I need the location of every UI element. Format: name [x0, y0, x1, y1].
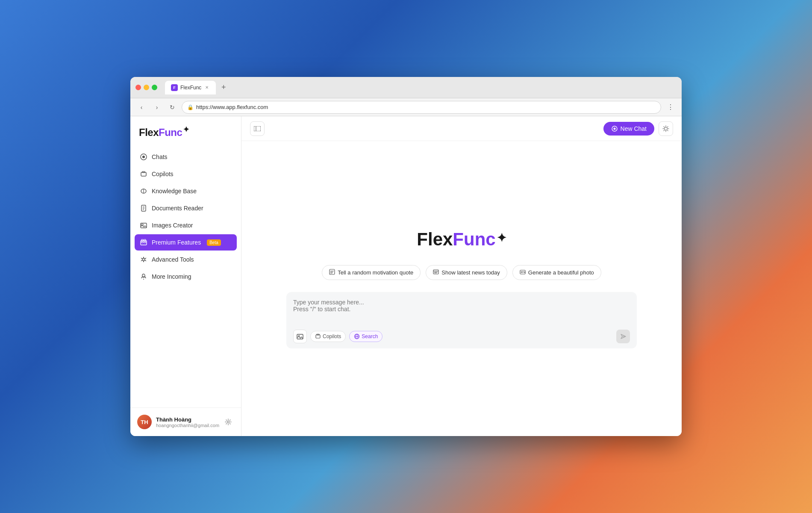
sidebar-item-images-creator[interactable]: Images Creator	[135, 217, 237, 233]
sidebar-item-more-incoming[interactable]: More Incoming	[135, 268, 237, 285]
sidebar-item-documents-reader[interactable]: Documents Reader	[135, 200, 237, 216]
sidebar-item-premium-features[interactable]: Premium Features Beta	[135, 234, 237, 251]
chip-motivation-label: Tell a random motivation quote	[338, 269, 413, 276]
browser-tab[interactable]: F FlexFunc ✕	[165, 81, 216, 94]
chip-motivation[interactable]: Tell a random motivation quote	[322, 265, 421, 280]
suggestion-chips: Tell a random motivation quote Show late…	[322, 265, 601, 280]
user-details: Thành Hoàng hoangngocthanhii@gmail.com	[156, 416, 219, 428]
refresh-button[interactable]: ↻	[166, 101, 178, 113]
svg-line-31	[664, 130, 664, 130]
knowledge-base-label: Knowledge Base	[152, 188, 197, 195]
chats-label: Chats	[152, 153, 168, 160]
images-icon	[140, 221, 147, 229]
theme-toggle-button[interactable]	[659, 121, 673, 136]
search-toolbar-label: Search	[362, 333, 378, 339]
tab-close-button[interactable]: ✕	[204, 85, 210, 91]
knowledge-base-icon	[140, 187, 147, 195]
maximize-traffic-light[interactable]	[152, 85, 157, 90]
advanced-tools-icon	[140, 256, 147, 263]
documents-icon	[140, 204, 147, 212]
chat-input-area: Copilots Search	[286, 292, 637, 348]
new-chat-button[interactable]: New Chat	[603, 122, 654, 136]
sidebar-item-advanced-tools[interactable]: Advanced Tools	[135, 251, 237, 268]
search-toolbar-button[interactable]: Search	[349, 331, 382, 342]
browser-menu-button[interactable]: ⋮	[665, 101, 677, 113]
user-name: Thành Hoàng	[156, 416, 219, 423]
svg-point-24	[665, 127, 668, 130]
app-container: FlexFunc✦ Chats	[130, 116, 682, 436]
image-attach-button[interactable]	[293, 330, 307, 343]
main-brand-logo: FlexFunc✦	[417, 229, 506, 250]
sidebar-item-chats[interactable]: Chats	[135, 149, 237, 165]
copilots-icon	[140, 170, 147, 178]
chip-photo[interactable]: Generate a beautiful photo	[512, 265, 601, 280]
svg-point-1	[142, 156, 145, 158]
url-text: https://www.app.flexfunc.com	[196, 104, 268, 110]
chip-news[interactable]: Show latest news today	[426, 265, 507, 280]
chats-icon	[140, 153, 147, 161]
svg-rect-13	[141, 242, 143, 243]
more-incoming-label: More Incoming	[152, 273, 191, 280]
address-bar[interactable]: 🔒 https://www.app.flexfunc.com	[182, 101, 661, 114]
svg-rect-14	[144, 242, 146, 243]
chrome-bar: F FlexFunc ✕ +	[130, 77, 682, 98]
app-logo: FlexFunc✦	[139, 127, 189, 138]
tab-favicon: F	[171, 84, 178, 91]
copilots-toolbar-button[interactable]: Copilots	[310, 331, 346, 342]
header-right: New Chat	[603, 121, 673, 136]
chat-input[interactable]	[293, 299, 630, 324]
settings-button[interactable]	[222, 416, 234, 428]
nav-bar: ‹ › ↻ 🔒 https://www.app.flexfunc.com ⋮	[130, 98, 682, 116]
svg-point-23	[613, 127, 615, 130]
svg-line-32	[668, 126, 668, 127]
copilots-label: Copilots	[152, 171, 174, 177]
user-email: hoangngocthanhii@gmail.com	[156, 423, 219, 428]
sidebar: FlexFunc✦ Chats	[130, 116, 241, 436]
nav-items: Chats Copilots	[130, 149, 241, 407]
svg-rect-20	[254, 126, 261, 131]
chip-photo-label: Generate a beautiful photo	[528, 269, 594, 276]
sidebar-toggle-button[interactable]	[250, 121, 265, 136]
send-button[interactable]	[616, 330, 630, 343]
svg-line-30	[668, 130, 668, 130]
svg-rect-16	[144, 239, 146, 241]
chat-area: FlexFunc✦ Tell a random motivation	[241, 141, 682, 436]
photo-icon	[520, 269, 526, 276]
new-tab-button[interactable]: +	[218, 82, 229, 94]
new-chat-label: New Chat	[621, 125, 647, 132]
browser-window: F FlexFunc ✕ + ‹ › ↻ 🔒 https://www.app.f…	[130, 77, 682, 436]
sidebar-item-copilots[interactable]: Copilots	[135, 166, 237, 182]
sidebar-item-knowledge-base[interactable]: Knowledge Base	[135, 183, 237, 199]
tab-bar: F FlexFunc ✕ +	[165, 81, 229, 94]
main-content: New Chat	[241, 116, 682, 436]
traffic-lights	[135, 85, 157, 90]
forward-button[interactable]: ›	[151, 101, 163, 113]
minimize-traffic-light[interactable]	[144, 85, 149, 90]
user-avatar: TH	[137, 415, 152, 429]
main-header: New Chat	[241, 116, 682, 141]
logo-func: Func	[159, 127, 182, 138]
svg-rect-43	[297, 334, 303, 339]
back-button[interactable]: ‹	[135, 101, 147, 113]
more-incoming-icon	[140, 273, 147, 280]
images-label: Images Creator	[152, 222, 193, 229]
documents-label: Documents Reader	[152, 205, 203, 212]
brand-spark-icon: ✦	[497, 231, 506, 245]
logo-area: FlexFunc✦	[130, 125, 241, 149]
svg-rect-15	[141, 239, 143, 241]
advanced-tools-label: Advanced Tools	[152, 256, 194, 263]
sidebar-footer: TH Thành Hoàng hoangngocthanhii@gmail.co…	[130, 407, 241, 436]
logo-flex: Flex	[139, 127, 159, 138]
premium-label: Premium Features	[152, 239, 201, 246]
chip-news-label: Show latest news today	[441, 269, 500, 276]
svg-point-18	[143, 279, 144, 280]
premium-icon	[140, 239, 147, 246]
copilots-toolbar-label: Copilots	[323, 333, 341, 339]
svg-point-42	[521, 271, 522, 273]
input-toolbar: Copilots Search	[293, 330, 630, 343]
svg-point-19	[227, 421, 229, 423]
user-info: TH Thành Hoàng hoangngocthanhii@gmail.co…	[137, 415, 219, 429]
brand-func: Func	[453, 229, 495, 250]
close-traffic-light[interactable]	[135, 85, 141, 90]
svg-line-29	[664, 126, 664, 127]
